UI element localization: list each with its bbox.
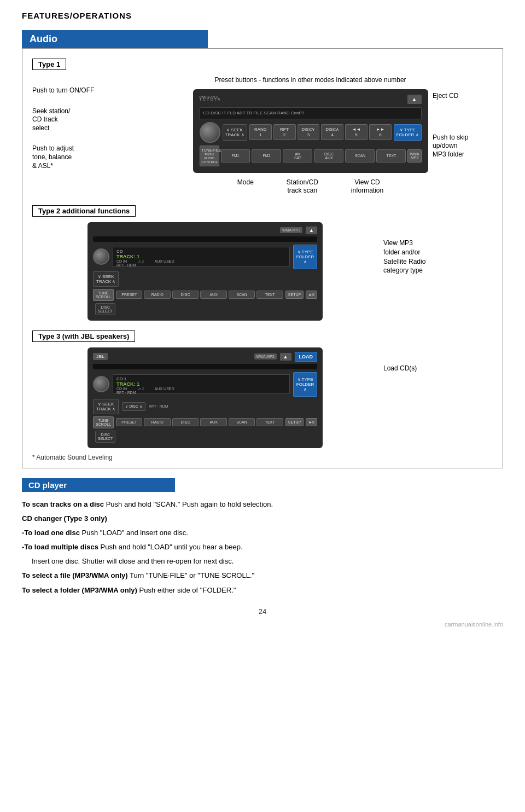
text-button[interactable]: TEXT xyxy=(376,149,406,163)
preset-scan-2[interactable]: SCAN xyxy=(229,291,255,299)
type2-radio-unit: WMA MP3 ▲ CD TRACK: 1 CD xyxy=(88,222,323,321)
preset-disc4[interactable]: DISC∧4 xyxy=(321,124,343,140)
type1-radio-unit: TCYOTA PWR-VOL ▲ CD DISC IT FLD ART TR F… xyxy=(193,89,428,173)
preset-text-3[interactable]: TEXT xyxy=(256,418,283,426)
pwr-vol-label: PWR-VOL xyxy=(200,95,220,100)
setup-button-3[interactable]: SETUP xyxy=(285,418,304,426)
type-folder-button-3[interactable]: ∨ TYPEFOLDER ∧ xyxy=(293,372,317,397)
type3-label: Type 3 (with JBL speakers) xyxy=(32,330,135,342)
tune-scroll-button-2[interactable]: TUNESCROLL xyxy=(93,289,114,301)
preset-disc3[interactable]: DISC∨3 xyxy=(298,124,320,140)
type1-bottom-annotations: Mode Station/CDtrack scan View CDinforma… xyxy=(128,178,493,195)
play-pause-button-2[interactable]: ►II xyxy=(306,291,317,299)
disc-select-button-2[interactable]: DISCSELECT xyxy=(95,303,115,315)
rpt-rdm-label-3: RPT · RDM xyxy=(149,404,168,408)
preset-radio-2[interactable]: RADIO xyxy=(144,291,170,299)
preset-preset-2[interactable]: PRESET xyxy=(116,291,142,299)
load-button[interactable]: LOAD xyxy=(295,352,318,362)
seek-track-button-2[interactable]: ∨ SEEKTRACK ∧ xyxy=(93,271,119,287)
am-sat-button[interactable]: AMSAT xyxy=(283,149,312,163)
preset-disc-3[interactable]: DISC xyxy=(172,418,199,426)
push-skip-ann: Push to skipup/downMP3 folder xyxy=(433,134,509,159)
cd-line-5: Insert one disc. Shutter will close and … xyxy=(22,555,503,567)
main-box: Type 1 Push to turn ON/OFF Seek station/… xyxy=(22,48,503,468)
preset-radio-3[interactable]: RADIO xyxy=(144,418,170,426)
wma-badge-2: WMA MP3 xyxy=(280,227,302,233)
cd-line-2: CD changer (Type 3 only) xyxy=(22,513,503,525)
tune-file-button[interactable]: TUNE-FILEPUSHAUDIOCONTROL xyxy=(200,146,219,166)
radio3-display: CD 1 TRACK: 1 CD IN♫ JAUX USED RPT · RDM xyxy=(113,374,290,394)
disc-select-button-3[interactable]: DISCSELECT xyxy=(95,431,115,443)
push-adjust-ann: Push to adjusttone, balance& ASL* xyxy=(32,144,128,170)
cd-section-header: CD player xyxy=(22,478,175,492)
seek-track-button[interactable]: ∨ SEEKTRACK ∧ xyxy=(223,124,247,141)
eject-button-2[interactable]: ▲ xyxy=(306,227,317,234)
preset-aux-2[interactable]: AUX xyxy=(200,291,226,299)
cd-line-4: -To load multiple discs Push and hold "L… xyxy=(22,541,503,553)
type3-radio-unit: JBL WMA MP3 ▲ LOAD CD 1 xyxy=(88,347,323,448)
eject-button-3[interactable]: ▲ xyxy=(280,353,291,361)
cd-line-2-bold: CD changer (Type 3 only) xyxy=(22,514,107,523)
push-on-off-ann: Push to turn ON/OFF xyxy=(32,86,128,95)
scan-button[interactable]: SCAN xyxy=(345,149,375,163)
page-header: FEATURES/OPERATIONS xyxy=(22,11,503,20)
type1-label: Type 1 xyxy=(32,59,66,70)
cd-line-1: To scan tracks on a disc Push and hold "… xyxy=(22,498,503,511)
type1-left-annotations: Push to turn ON/OFF Seek station/CD trac… xyxy=(32,76,128,195)
mode-ann: Mode xyxy=(237,178,254,195)
tape-slot-2 xyxy=(93,236,317,242)
type-folder-button[interactable]: ∨ TYPEFOLDER ∧ xyxy=(394,124,422,141)
cd-line-1-bold: To scan tracks on a disc xyxy=(22,500,104,508)
preset-rpt-2[interactable]: RPT2 xyxy=(273,124,296,140)
preset-rand-1[interactable]: RAND1 xyxy=(249,124,272,140)
preset-rew-5[interactable]: ◄◄5 xyxy=(345,124,368,140)
type3-right-annotation: Load CD(s) xyxy=(383,347,493,373)
tape-slot-3 xyxy=(93,364,317,369)
cd-player-content: To scan tracks on a disc Push and hold "… xyxy=(22,498,503,596)
cd-line-6-bold: To select a file (MP3/WMA only) xyxy=(22,571,128,579)
preset-scan-3[interactable]: SCAN xyxy=(229,418,255,426)
preset-preset-3[interactable]: PRESET xyxy=(116,418,142,426)
type2-section: Type 2 additional functions WMA MP3 ▲ xyxy=(32,205,493,321)
type1-device-area: Preset buttons - functions in other mode… xyxy=(128,76,493,195)
disc-aux-button[interactable]: DISCAUX xyxy=(314,149,343,163)
radio2-display: CD TRACK: 1 CD IN♫ JAUX USED RPT · RDM xyxy=(113,247,290,266)
type-folder-button-2[interactable]: ∨ TYPEFOLDER ∧ xyxy=(293,245,317,269)
audio-section-header: Audio xyxy=(22,30,208,48)
preset-aux-3[interactable]: AUX xyxy=(200,418,226,426)
preset-text-2[interactable]: TEXT xyxy=(256,291,283,299)
seek-track-button-3[interactable]: ∨ SEEKTRACK ∧ xyxy=(93,399,119,414)
preset-disc-2[interactable]: DISC xyxy=(172,291,199,299)
view-cd-ann: View CDinformation xyxy=(351,178,383,195)
type2-device: WMA MP3 ▲ CD TRACK: 1 CD xyxy=(32,222,378,321)
station-cd-ann: Station/CDtrack scan xyxy=(287,178,318,195)
type1-right-annotations: Eject CD Push to skipup/downMP3 folder xyxy=(433,92,509,159)
power-knob-3[interactable] xyxy=(93,376,109,392)
type2-label: Type 2 additional functions xyxy=(32,205,136,217)
preset-fwd-6[interactable]: ►►6 xyxy=(369,124,392,140)
cd-line-3-bold: -To load one disc xyxy=(22,529,80,537)
play-pause-button-3[interactable]: ►II xyxy=(306,418,317,426)
power-knob-2[interactable] xyxy=(93,248,109,265)
tune-scroll-button-3[interactable]: TUNESCROLL xyxy=(93,416,114,428)
preset-label: Preset buttons - functions in other mode… xyxy=(128,76,493,85)
wma-mp3-button[interactable]: WMAMP3 xyxy=(407,149,421,163)
type2-right-annotation: View MP3folder and/orSatellite Radiocate… xyxy=(383,222,493,275)
pwr-knob[interactable] xyxy=(200,122,220,143)
cd-line-7: To select a folder (MP3/WMA only) Push e… xyxy=(22,584,503,596)
cd-line-7-bold: To select a folder (MP3/WMA only) xyxy=(22,586,137,594)
footnote: * Automatic Sound Leveling xyxy=(32,454,493,461)
type3-section: Type 3 (with JBL speakers) JBL WMA MP3 ▲… xyxy=(32,330,493,448)
watermark: carmanualsonline.info xyxy=(22,621,503,628)
disc-updown-button[interactable]: ∨ DISC ∧ xyxy=(122,402,145,411)
seek-station-ann: Seek station/CD trackselect xyxy=(32,107,128,133)
fm1-button[interactable]: FM1 xyxy=(221,149,250,163)
cd-line-4-bold: -To load multiple discs xyxy=(22,543,98,551)
type1-section: Type 1 Push to turn ON/OFF Seek station/… xyxy=(32,59,493,195)
setup-button-2[interactable]: SETUP xyxy=(285,291,304,299)
fm2-button[interactable]: FM2 xyxy=(252,149,281,163)
eject-cd-ann: Eject CD xyxy=(433,92,509,101)
type3-device: JBL WMA MP3 ▲ LOAD CD 1 xyxy=(32,347,378,448)
eject-button[interactable]: ▲ xyxy=(407,95,422,104)
cd-line-3: -To load one disc Push "LOAD" and insert… xyxy=(22,527,503,539)
